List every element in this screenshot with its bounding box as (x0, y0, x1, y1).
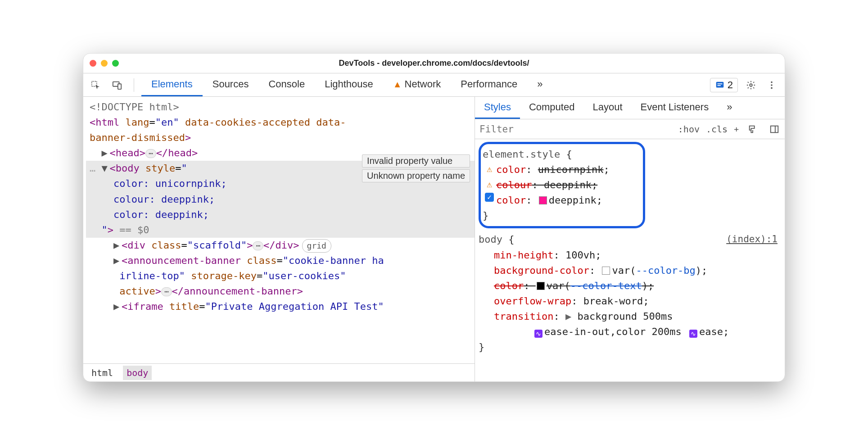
main-toolbar: Elements Sources Console Lighthouse ▲ Ne… (83, 73, 785, 97)
svg-rect-5 (717, 85, 720, 86)
crumb-html[interactable]: html (88, 366, 117, 380)
cls-toggle[interactable]: .cls (706, 124, 728, 135)
ellipsis-icon[interactable]: ⋯ (145, 149, 156, 158)
svg-rect-2 (118, 84, 121, 89)
styles-rules[interactable]: element.style { color: unicornpink; colo… (475, 139, 785, 381)
style-line-1: color: unicornpink; (90, 178, 227, 189)
warning-icon (484, 177, 495, 191)
tooltip-unknown-prop: Unknown property name (362, 169, 470, 182)
tabs-overflow[interactable]: » (527, 73, 552, 96)
style-line-3: color: deeppink; (90, 209, 209, 220)
svg-point-8 (771, 84, 773, 86)
rule-background-color[interactable]: background-color: var(--color-bg); (479, 263, 781, 278)
selector-body: body (479, 234, 502, 245)
rule-min-height[interactable]: min-height: 100vh; (479, 248, 781, 263)
tooltip-invalid-value: Invalid property value (362, 154, 470, 168)
color-swatch-icon[interactable] (537, 282, 545, 290)
expand-icon[interactable]: ▶ (565, 311, 578, 322)
panel-tabs: Elements Sources Console Lighthouse ▲ Ne… (139, 73, 705, 96)
device-toolbar-icon[interactable] (109, 77, 125, 93)
close-icon[interactable] (90, 60, 96, 67)
selector-element-style: element.style (483, 149, 560, 160)
checkbox-icon[interactable]: ✓ (484, 193, 495, 202)
styles-filter-row: :hov .cls + (475, 119, 785, 139)
easing-swatch-icon[interactable]: ∿ (534, 330, 542, 338)
tab-elements[interactable]: Elements (141, 73, 203, 96)
ellipsis-icon[interactable]: ⋯ (253, 241, 263, 250)
issues-count: 2 (728, 79, 733, 91)
issues-button[interactable]: 2 (710, 78, 738, 92)
rule-overflow-wrap[interactable]: overflow-wrap: break-word; (479, 294, 781, 309)
color-swatch-icon[interactable] (539, 196, 547, 204)
css-var-link[interactable]: --color-bg (636, 265, 695, 276)
expand-icon[interactable]: ▶ (113, 238, 122, 253)
selected-marker: == $0 (119, 224, 149, 236)
css-var-link[interactable]: --color-text (570, 280, 642, 291)
elements-panel: <!DOCTYPE html> <html lang="en" data-coo… (83, 97, 475, 381)
styles-tabs: Styles Computed Layout Event Listeners » (475, 97, 785, 119)
titlebar: DevTools - developer.chrome.com/docs/dev… (83, 54, 785, 73)
rule-unknown-prop[interactable]: colour: deeppink; (483, 177, 635, 193)
tab-performance[interactable]: Performance (451, 73, 527, 96)
svg-rect-3 (716, 82, 724, 87)
new-rule-button[interactable]: + (734, 124, 739, 134)
breadcrumb: html body (83, 363, 475, 381)
svg-point-6 (750, 84, 752, 86)
expand-icon[interactable]: ▶ (113, 299, 122, 314)
subtab-layout[interactable]: Layout (583, 97, 631, 119)
zoom-icon[interactable] (112, 60, 119, 67)
svg-rect-4 (717, 83, 722, 84)
easing-swatch-icon[interactable]: ∿ (689, 330, 697, 338)
style-line-2: colour: deeppink; (90, 194, 215, 205)
rule-origin-link[interactable]: (index):1 (726, 232, 778, 247)
doctype: <!DOCTYPE html> (90, 101, 179, 113)
styles-panel: Styles Computed Layout Event Listeners »… (475, 97, 785, 381)
grid-badge[interactable]: grid (302, 239, 331, 253)
main-split: <!DOCTYPE html> <html lang="en" data-coo… (83, 97, 785, 381)
settings-icon[interactable] (743, 77, 759, 93)
tab-network-label: Network (405, 78, 441, 90)
window-title: DevTools - developer.chrome.com/docs/dev… (339, 59, 529, 68)
inspect-icon[interactable] (88, 77, 103, 93)
hov-toggle[interactable]: :hov (678, 124, 700, 135)
svg-point-7 (771, 81, 773, 83)
tab-sources[interactable]: Sources (203, 73, 259, 96)
ellipsis-icon[interactable]: ⋯ (161, 287, 172, 296)
subtab-styles[interactable]: Styles (475, 97, 520, 119)
panel-toggle-icon[interactable] (767, 122, 782, 137)
minimize-icon[interactable] (101, 60, 108, 67)
tab-network[interactable]: ▲ Network (383, 73, 451, 96)
expand-icon[interactable]: ▶ (102, 145, 110, 161)
rule-active-color[interactable]: ✓ color: deeppink; (483, 193, 635, 208)
warning-icon: ▲ (393, 79, 402, 90)
expand-icon[interactable]: ▶ (113, 253, 122, 268)
toolbar-right: 2 (705, 73, 785, 96)
traffic-lights (90, 60, 119, 67)
svg-point-9 (771, 87, 773, 89)
devtools-window: DevTools - developer.chrome.com/docs/dev… (83, 53, 785, 382)
rule-transition[interactable]: transition: ▶ background 500ms (479, 309, 781, 324)
rule-invalid-value[interactable]: color: unicornpink; (483, 162, 635, 177)
dom-tree[interactable]: <!DOCTYPE html> <html lang="en" data-coo… (83, 97, 475, 363)
color-swatch-icon[interactable] (602, 267, 610, 275)
svg-rect-10 (771, 126, 778, 132)
separator (134, 78, 134, 92)
element-style-highlight: element.style { color: unicornpink; colo… (479, 142, 645, 228)
tab-console[interactable]: Console (258, 73, 315, 96)
collapse-icon[interactable]: ▼ (102, 161, 110, 176)
styles-filter-input[interactable] (479, 124, 678, 135)
rule-color-overridden[interactable]: color: var(--color-text); (479, 278, 781, 294)
warning-icon (484, 162, 495, 176)
subtabs-overflow[interactable]: » (718, 97, 741, 119)
rule-transition-cont[interactable]: ∿ease-in-out,color 200ms ∿ease; (479, 324, 781, 340)
subtab-computed[interactable]: Computed (520, 97, 584, 119)
tooltip-stack: Invalid property value Unknown property … (362, 154, 470, 182)
subtab-listeners[interactable]: Event Listeners (632, 97, 718, 119)
tab-lighthouse[interactable]: Lighthouse (315, 73, 383, 96)
filter-actions: :hov .cls + (678, 122, 782, 137)
crumb-body[interactable]: body (123, 366, 152, 380)
paint-icon[interactable] (745, 122, 760, 137)
kebab-menu-icon[interactable] (764, 77, 779, 93)
